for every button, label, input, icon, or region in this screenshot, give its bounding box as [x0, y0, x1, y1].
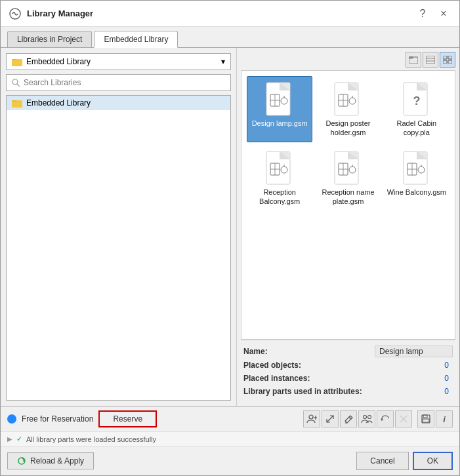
file-item-design-poster[interactable]: Design poster holder.gsm: [315, 76, 381, 142]
checkout-button[interactable]: [322, 410, 339, 427]
svg-rect-14: [443, 56, 447, 59]
check-icon: ✓: [16, 435, 22, 443]
file-icon-wine-balcony: [401, 149, 432, 186]
library-manager-dialog: Library Manager ? × Libraries in Project…: [0, 0, 460, 476]
dropdown-row: Embedded Library ▾: [6, 53, 231, 70]
app-icon: [9, 7, 22, 20]
svg-point-50: [309, 415, 313, 419]
view-folder-button[interactable]: [406, 52, 421, 68]
status-dot: [7, 414, 16, 424]
file-label-wine-balcony: Wine Balcony.gsm: [387, 188, 446, 197]
library-dropdown[interactable]: Embedded Library ▾: [6, 53, 231, 70]
svg-rect-17: [448, 60, 452, 64]
info-row-placed-instances: Placed instances: 0: [243, 372, 453, 385]
return-button[interactable]: [377, 410, 394, 427]
users-button[interactable]: [358, 410, 375, 427]
folder-icon: [12, 98, 22, 108]
content-area: Embedded Library ▾: [1, 48, 459, 406]
svg-text:?: ?: [413, 94, 420, 108]
file-item-reception-name[interactable]: Reception name plate.gsm: [315, 145, 381, 211]
file-label-radel-cabin: Radel Cabin copy.pla: [387, 119, 446, 138]
cancel-button[interactable]: Cancel: [356, 452, 408, 470]
reload-apply-button[interactable]: Reload & Apply: [7, 452, 94, 469]
info-button[interactable]: i: [436, 410, 453, 427]
svg-rect-10: [409, 57, 413, 58]
file-item-reception-balcony[interactable]: Reception Balcony.gsm: [247, 145, 312, 211]
info-row-name: Name: Design lamp: [243, 344, 453, 359]
file-icon-design-lamp: [264, 81, 295, 117]
status-message: All library parts were loaded successful…: [26, 435, 156, 443]
tab-libraries-in-project[interactable]: Libraries in Project: [7, 31, 92, 47]
file-label-design-lamp: Design lamp.gsm: [252, 119, 308, 128]
tabs-row: Libraries in Project Embedded Library: [1, 27, 459, 48]
footer: Reload & Apply Cancel OK: [1, 446, 459, 475]
view-list-button[interactable]: [423, 52, 438, 68]
reserve-button[interactable]: Reserve: [98, 410, 157, 427]
file-icon-reception-name: [332, 149, 364, 186]
file-label-design-poster: Design poster holder.gsm: [318, 119, 377, 138]
footer-right: Cancel OK: [356, 452, 453, 470]
reload-icon: [17, 456, 26, 466]
files-grid: Design lamp.gsm: [241, 70, 455, 340]
tab-embedded-library[interactable]: Embedded Library: [94, 31, 178, 48]
file-label-reception-name: Reception name plate.gsm: [318, 188, 377, 207]
svg-rect-11: [426, 56, 435, 64]
file-item-radel-cabin[interactable]: ? Radel Cabin copy.pla: [384, 76, 450, 142]
file-icon-reception-balcony: [264, 149, 295, 186]
svg-rect-8: [12, 102, 22, 108]
view-grid-button[interactable]: [440, 52, 455, 68]
info-row-placed-objects: Placed objects: 0: [243, 359, 453, 372]
right-panel: Design lamp.gsm: [237, 48, 459, 406]
close-button[interactable]: ×: [436, 6, 451, 22]
svg-rect-16: [443, 60, 447, 64]
tree-item-embedded-library[interactable]: Embedded Library: [7, 96, 230, 110]
file-icon-design-poster: [332, 81, 364, 117]
file-item-design-lamp[interactable]: Design lamp.gsm: [247, 76, 312, 142]
search-icon: [12, 79, 20, 87]
search-input[interactable]: [24, 78, 225, 87]
svg-line-5: [17, 84, 20, 87]
window-title: Library Manager: [27, 9, 93, 18]
svg-rect-3: [12, 60, 22, 66]
action-toolbar: i: [303, 410, 453, 427]
status-text: Free for Reservation: [22, 414, 93, 424]
svg-rect-60: [423, 419, 429, 422]
delete-button[interactable]: [395, 410, 412, 427]
dialog-body: Libraries in Project Embedded Library: [1, 27, 459, 475]
file-label-reception-balcony: Reception Balcony.gsm: [250, 188, 309, 207]
folder-icon: [12, 57, 22, 66]
bottom-bar: Free for Reservation Reserve: [1, 406, 459, 431]
add-user-button[interactable]: [303, 410, 320, 427]
info-row-library-parts: Library parts used in attributes: 0: [243, 385, 453, 398]
placed-instances-value: 0: [375, 373, 453, 384]
ok-button[interactable]: OK: [413, 452, 453, 470]
status-bar: ▶ ✓ All library parts were loaded succes…: [1, 431, 459, 446]
file-item-wine-balcony[interactable]: Wine Balcony.gsm: [384, 145, 450, 211]
svg-point-55: [368, 416, 371, 419]
library-tree: Embedded Library: [6, 95, 231, 401]
view-toolbar: [241, 52, 455, 68]
placed-objects-value: 0: [375, 360, 453, 370]
file-icon-radel-cabin: ?: [401, 81, 432, 117]
name-value: Design lamp: [375, 346, 453, 357]
search-box: [6, 74, 231, 91]
save-button[interactable]: [417, 410, 434, 427]
left-panel: Embedded Library ▾: [1, 48, 237, 406]
title-bar-controls: ? ×: [415, 6, 451, 22]
help-button[interactable]: ?: [415, 6, 430, 22]
info-panel: Name: Design lamp Placed objects: 0 Plac…: [241, 340, 455, 402]
svg-point-4: [12, 79, 18, 85]
library-parts-value: 0: [375, 386, 453, 397]
expand-arrow[interactable]: ▶: [7, 435, 12, 443]
edit-button[interactable]: [340, 410, 357, 427]
svg-rect-15: [448, 56, 452, 59]
title-bar: Library Manager ? ×: [1, 1, 459, 27]
title-bar-left: Library Manager: [9, 7, 93, 20]
svg-point-54: [364, 416, 367, 419]
